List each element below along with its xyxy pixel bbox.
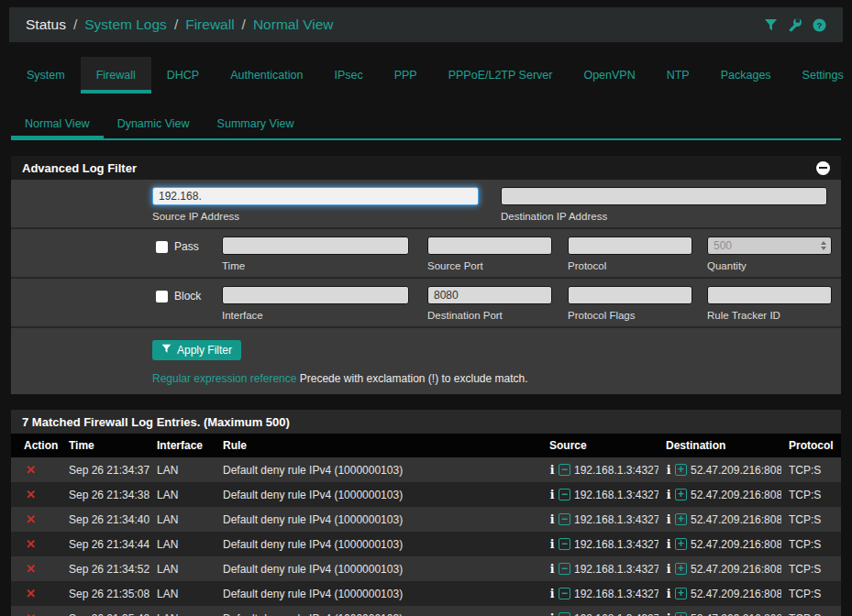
resolve-info-icon[interactable]: i bbox=[666, 562, 671, 576]
easy-rule-pass-icon[interactable]: + bbox=[675, 612, 687, 616]
destination-ip-input[interactable] bbox=[501, 187, 827, 205]
easy-rule-block-icon[interactable]: − bbox=[559, 513, 570, 525]
tab-openvpn[interactable]: OpenVPN bbox=[568, 57, 650, 94]
destination-port-input[interactable] bbox=[427, 286, 552, 304]
tab-system[interactable]: System bbox=[11, 57, 81, 94]
resolve-info-icon[interactable]: i bbox=[666, 611, 671, 616]
pass-field: Pass bbox=[156, 236, 222, 253]
easy-rule-pass-icon[interactable]: + bbox=[675, 563, 687, 575]
column-header-destination: Destination bbox=[658, 434, 781, 457]
time-input[interactable] bbox=[222, 236, 409, 255]
pass-checkbox[interactable] bbox=[156, 241, 168, 253]
rule-tracker-input[interactable] bbox=[707, 286, 832, 304]
destination-address: 52.47.209.216:8080 bbox=[691, 588, 781, 600]
apply-filter-label: Apply Filter bbox=[177, 344, 232, 357]
tab-pppoe-l2tp-server[interactable]: PPPoE/L2TP Server bbox=[433, 57, 569, 94]
resolve-info-icon[interactable]: i bbox=[666, 587, 671, 600]
tab-ipsec[interactable]: IPsec bbox=[318, 57, 378, 94]
tab-normal-view[interactable]: Normal View bbox=[11, 111, 104, 138]
wrench-icon[interactable] bbox=[788, 17, 802, 32]
quantity-input[interactable] bbox=[707, 236, 832, 255]
destination-cell: i + 52.47.209.216:8080 bbox=[658, 457, 781, 482]
resolve-info-icon[interactable]: i bbox=[666, 463, 671, 477]
rule-tracker-label: Rule Tracker ID bbox=[707, 310, 832, 321]
filter-icon[interactable] bbox=[764, 18, 778, 32]
log-table: ActionTimeInterfaceRuleSourceDestination… bbox=[11, 434, 841, 616]
resolve-info-icon[interactable]: i bbox=[549, 537, 555, 551]
protocol-cell: TCP:S bbox=[781, 606, 841, 616]
resolve-info-icon[interactable]: i bbox=[666, 512, 671, 526]
quantity-field: Quantity bbox=[707, 236, 832, 271]
resolve-info-icon[interactable]: i bbox=[549, 562, 555, 576]
resolve-info-icon[interactable]: i bbox=[549, 512, 555, 526]
block-action-icon: ✕ bbox=[26, 562, 36, 576]
resolve-info-icon[interactable]: i bbox=[549, 463, 555, 477]
rule-cell: Default deny rule IPv4 (1000000103) bbox=[216, 606, 542, 616]
resolve-info-icon[interactable]: i bbox=[666, 537, 671, 551]
protocol-input[interactable] bbox=[568, 236, 692, 255]
number-spinner-icon[interactable] bbox=[821, 241, 826, 250]
action-cell: ✕ bbox=[11, 532, 61, 556]
interface-cell: LAN bbox=[149, 457, 216, 482]
easy-rule-pass-icon[interactable]: + bbox=[675, 489, 687, 500]
time-cell: Sep 26 21:35:08 bbox=[61, 581, 149, 606]
tab-ppp[interactable]: PPP bbox=[379, 57, 433, 94]
interface-input[interactable] bbox=[222, 286, 409, 304]
breadcrumb-item[interactable]: Firewall bbox=[185, 16, 234, 33]
source-address: 192.168.1.3:43278 bbox=[574, 612, 658, 616]
source-ip-input[interactable] bbox=[152, 187, 479, 205]
easy-rule-pass-icon[interactable]: + bbox=[675, 513, 687, 525]
easy-rule-pass-icon[interactable]: + bbox=[675, 538, 687, 550]
tab-ntp[interactable]: NTP bbox=[651, 57, 705, 94]
filter-panel-body: Source IP Address Destination IP Address… bbox=[11, 180, 841, 394]
block-checkbox[interactable] bbox=[156, 291, 168, 302]
easy-rule-pass-icon[interactable]: + bbox=[675, 464, 687, 476]
resolve-info-icon[interactable]: i bbox=[666, 488, 671, 501]
resolve-info-icon[interactable]: i bbox=[549, 611, 555, 616]
easy-rule-block-icon[interactable]: − bbox=[559, 538, 570, 550]
easy-rule-block-icon[interactable]: − bbox=[559, 588, 570, 600]
breadcrumb-item[interactable]: Normal View bbox=[253, 16, 334, 33]
table-row: ✕ Sep 26 21:35:08 LAN Default deny rule … bbox=[11, 581, 841, 606]
tab-dynamic-view[interactable]: Dynamic View bbox=[104, 111, 204, 138]
interface-cell: LAN bbox=[149, 606, 216, 616]
easy-rule-block-icon[interactable]: − bbox=[559, 464, 570, 476]
tab-settings[interactable]: Settings bbox=[787, 57, 852, 94]
easy-rule-block-icon[interactable]: − bbox=[559, 563, 570, 575]
tab-authentication[interactable]: Authentication bbox=[215, 57, 318, 94]
column-header-protocol: Protocol bbox=[781, 434, 841, 457]
protocol-flags-field: Protocol Flags bbox=[568, 286, 692, 321]
protocol-flags-input[interactable] bbox=[568, 286, 692, 304]
tab-firewall[interactable]: Firewall bbox=[81, 57, 151, 94]
apply-filter-button[interactable]: Apply Filter bbox=[152, 340, 241, 360]
source-port-input[interactable] bbox=[427, 236, 552, 255]
destination-address: 52.47.209.216:8080 bbox=[691, 612, 781, 616]
resolve-info-icon[interactable]: i bbox=[549, 587, 555, 600]
rule-tracker-field: Rule Tracker ID bbox=[707, 286, 832, 321]
tab-dhcp[interactable]: DHCP bbox=[151, 57, 215, 94]
easy-rule-pass-icon[interactable]: + bbox=[675, 588, 687, 600]
tab-summary-view[interactable]: Summary View bbox=[204, 111, 308, 138]
collapse-icon[interactable] bbox=[816, 161, 830, 175]
action-cell: ✕ bbox=[11, 507, 61, 532]
breadcrumb-item[interactable]: System Logs bbox=[84, 16, 167, 33]
regex-reference-link[interactable]: Regular expression reference bbox=[152, 372, 296, 385]
log-panel-header: 7 Matched Firewall Log Entries. (Maximum… bbox=[11, 410, 841, 434]
breadcrumb: Status/System Logs/Firewall/Normal View bbox=[26, 16, 333, 33]
interface-cell: LAN bbox=[149, 556, 216, 581]
tab-packages[interactable]: Packages bbox=[705, 57, 787, 94]
easy-rule-block-icon[interactable]: − bbox=[559, 489, 570, 500]
quantity-label: Quantity bbox=[707, 260, 832, 271]
resolve-info-icon[interactable]: i bbox=[549, 488, 555, 501]
filter-row-pass: Pass Time Source Port Protocol Quant bbox=[11, 229, 841, 279]
help-icon[interactable]: ? bbox=[813, 18, 826, 32]
column-header-action: Action bbox=[11, 434, 61, 457]
log-table-header-row: ActionTimeInterfaceRuleSourceDestination… bbox=[11, 434, 841, 457]
source-address: 192.168.1.3:43278 bbox=[574, 489, 658, 501]
protocol-field: Protocol bbox=[568, 236, 692, 271]
source-ip-field: Source IP Address bbox=[152, 187, 479, 222]
column-header-source: Source bbox=[542, 434, 658, 457]
time-cell: Sep 26 21:34:44 bbox=[61, 532, 149, 556]
easy-rule-block-icon[interactable]: − bbox=[559, 612, 570, 616]
action-cell: ✕ bbox=[11, 482, 61, 507]
